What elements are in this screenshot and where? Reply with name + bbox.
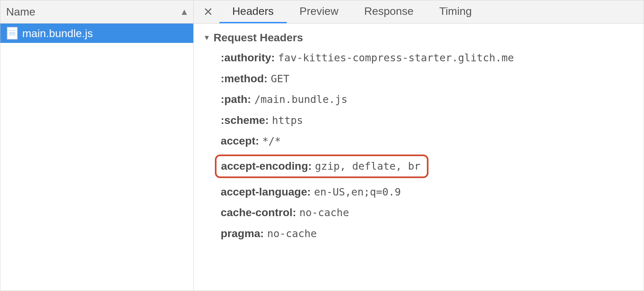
close-icon[interactable]: ✕ <box>203 5 219 19</box>
header-value: https <box>272 114 303 127</box>
header-value: no-cache <box>267 227 317 241</box>
header-name: accept: <box>221 134 259 148</box>
devtools-network-panel: Name ▲ main.bundle.js ✕ Headers Preview … <box>0 0 644 291</box>
headers-panel: ▼ Request Headers :authority: fav-kittie… <box>194 24 644 291</box>
tab-timing-label: Timing <box>439 5 472 17</box>
header-path[interactable]: :path: /main.bundle.js <box>221 92 634 106</box>
tab-headers-label: Headers <box>232 5 274 17</box>
tab-preview-label: Preview <box>300 5 339 17</box>
request-headers-list: :authority: fav-kitties-compress-starter… <box>203 44 634 240</box>
header-name: :scheme: <box>221 113 269 127</box>
tab-preview[interactable]: Preview <box>287 0 351 23</box>
request-row-main-bundle[interactable]: main.bundle.js <box>0 24 193 43</box>
header-cache-control[interactable]: cache-control: no-cache <box>221 205 634 220</box>
file-icon <box>7 27 18 40</box>
header-accept[interactable]: accept: */* <box>221 134 634 148</box>
header-value: */* <box>262 135 281 148</box>
tab-headers[interactable]: Headers <box>219 0 287 23</box>
header-name: :authority: <box>221 50 275 65</box>
sort-ascending-icon: ▲ <box>180 7 189 17</box>
header-value: no-cache <box>299 206 349 220</box>
header-scheme[interactable]: :scheme: https <box>221 113 634 127</box>
header-pragma[interactable]: pragma: no-cache <box>221 226 634 241</box>
network-request-list: Name ▲ main.bundle.js <box>0 0 194 291</box>
header-value: GET <box>271 72 289 86</box>
request-details-pane: ✕ Headers Preview Response Timing ▼ Requ… <box>194 0 644 291</box>
header-name: accept-encoding: <box>221 159 312 173</box>
section-title: Request Headers <box>214 31 303 44</box>
header-value: /main.bundle.js <box>254 93 347 106</box>
header-value: gzip, deflate, br <box>315 160 420 173</box>
header-accept-language[interactable]: accept-language: en-US,en;q=0.9 <box>221 185 634 199</box>
details-tabbar: ✕ Headers Preview Response Timing <box>194 0 644 24</box>
tab-response-label: Response <box>364 5 413 17</box>
request-list-body <box>0 43 193 291</box>
chevron-down-icon: ▼ <box>203 34 210 42</box>
header-name: pragma: <box>221 226 264 240</box>
tab-timing[interactable]: Timing <box>427 0 485 23</box>
header-value: fav-kitties-compress-starter.glitch.me <box>278 51 514 65</box>
header-method[interactable]: :method: GET <box>221 71 634 86</box>
request-headers-section[interactable]: ▼ Request Headers <box>203 31 634 44</box>
highlighted-header-annotation: accept-encoding: gzip, deflate, br <box>215 155 428 178</box>
header-name: accept-language: <box>221 185 311 199</box>
header-name: :method: <box>221 71 267 85</box>
column-name-header: Name <box>6 5 180 18</box>
header-name: cache-control: <box>221 205 296 219</box>
request-list-header[interactable]: Name ▲ <box>0 0 193 24</box>
header-name: :path: <box>221 92 251 106</box>
header-authority[interactable]: :authority: fav-kitties-compress-starter… <box>221 50 634 65</box>
request-file-name: main.bundle.js <box>22 27 93 40</box>
tab-response[interactable]: Response <box>351 0 426 23</box>
header-accept-encoding[interactable]: accept-encoding: gzip, deflate, br <box>221 159 420 173</box>
header-value: en-US,en;q=0.9 <box>314 186 401 199</box>
